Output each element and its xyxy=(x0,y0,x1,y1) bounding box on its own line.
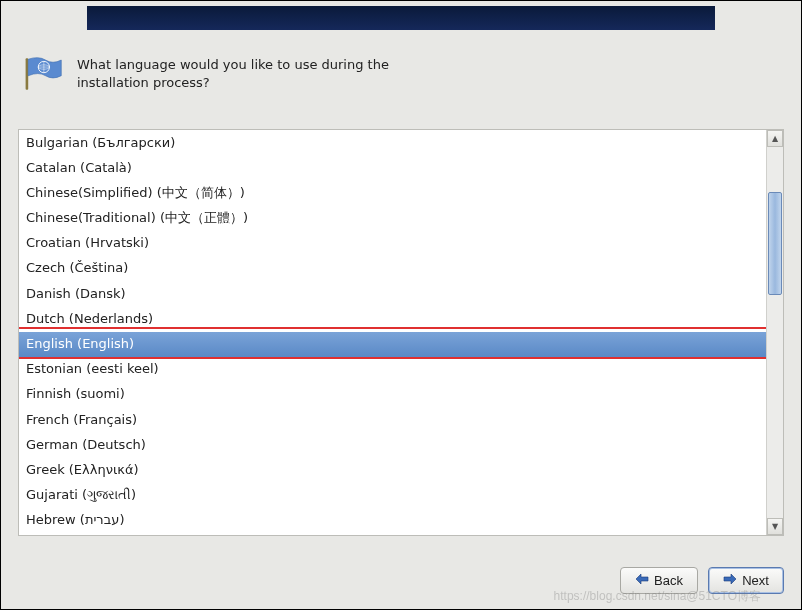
prompt-text: What language would you like to use duri… xyxy=(77,56,437,91)
language-item[interactable]: Estonian (eesti keel) xyxy=(19,357,766,382)
language-item[interactable]: Gujarati (ગુજરાતી) xyxy=(19,483,766,508)
arrow-right-icon xyxy=(723,573,737,588)
language-item[interactable]: Danish (Dansk) xyxy=(19,281,766,306)
scroll-thumb[interactable] xyxy=(768,192,782,296)
svg-rect-0 xyxy=(26,58,29,89)
back-button[interactable]: Back xyxy=(620,567,698,594)
next-button[interactable]: Next xyxy=(708,567,784,594)
language-item[interactable]: Hebrew (עברית) xyxy=(19,508,766,533)
language-item[interactable]: Greek (Ελληνικά) xyxy=(19,457,766,482)
language-item[interactable]: Chinese(Traditional) (中文（正體）) xyxy=(19,206,766,231)
language-item[interactable]: English (English) xyxy=(19,332,766,357)
language-item[interactable]: Catalan (Català) xyxy=(19,155,766,180)
next-button-label: Next xyxy=(742,573,769,588)
language-item[interactable]: Czech (Čeština) xyxy=(19,256,766,281)
scroll-up-button[interactable]: ▲ xyxy=(767,130,783,147)
language-item[interactable]: Finnish (suomi) xyxy=(19,382,766,407)
language-item[interactable]: German (Deutsch) xyxy=(19,432,766,457)
language-item[interactable]: French (Français) xyxy=(19,407,766,432)
back-button-label: Back xyxy=(654,573,683,588)
language-list-container: Bulgarian (Български)Catalan (Català)Chi… xyxy=(18,129,784,536)
language-item[interactable]: Chinese(Simplified) (中文（简体）) xyxy=(19,180,766,205)
scrollbar[interactable]: ▲ ▼ xyxy=(766,130,783,535)
footer: Back Next xyxy=(18,557,784,594)
arrow-left-icon xyxy=(635,573,649,588)
flag-icon xyxy=(23,56,63,95)
scroll-down-button[interactable]: ▼ xyxy=(767,518,783,535)
language-item[interactable]: Croatian (Hrvatski) xyxy=(19,231,766,256)
header-bar xyxy=(87,6,715,30)
prompt-area: What language would you like to use duri… xyxy=(23,56,437,95)
language-item[interactable]: Hindi (हिन्दी) xyxy=(19,533,766,535)
language-item[interactable]: Dutch (Nederlands) xyxy=(19,306,766,331)
language-list[interactable]: Bulgarian (Български)Catalan (Català)Chi… xyxy=(19,130,766,535)
language-item[interactable]: Bulgarian (Български) xyxy=(19,130,766,155)
scroll-track[interactable] xyxy=(767,147,783,518)
